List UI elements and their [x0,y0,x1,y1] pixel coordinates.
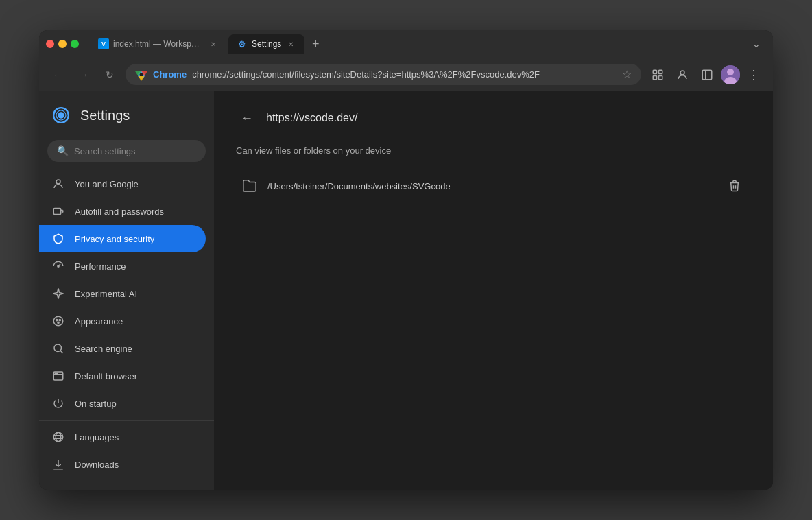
search-icon [51,342,65,355]
tab-vscode-close[interactable]: ✕ [208,38,219,49]
svg-point-24 [56,319,58,320]
main-area: Settings 🔍 Search settings You and Googl… [39,91,773,490]
sidebar-item-performance-label: Performance [75,261,126,272]
svg-line-28 [60,351,62,353]
sidebar-item-autofill[interactable]: Autofill and passwords [39,198,206,225]
sidebar-toggle-button[interactable] [696,64,718,86]
sidebar-item-search-engine[interactable]: Search engine [39,335,206,362]
content-inner: ← https://vscode.dev/ Can view files or … [214,91,773,222]
sidebar-item-downloads-label: Downloads [75,460,119,470]
gear-icon: ⚙ [237,38,248,49]
gauge-icon [51,259,65,273]
vscode-tab-icon: V [98,38,109,49]
chrome-icon [135,69,147,81]
search-settings-input[interactable]: Search settings [74,146,136,156]
content-back-row: ← https://vscode.dev/ [236,107,751,129]
reload-button[interactable]: ↻ [99,64,120,85]
svg-point-10 [727,69,734,75]
svg-point-6 [680,71,684,75]
shield-icon [51,232,65,246]
power-icon [51,397,65,410]
site-url-label: https://vscode.dev/ [266,112,357,124]
svg-point-1 [139,73,143,76]
svg-point-15 [56,180,60,184]
download-icon [51,458,65,471]
svg-rect-5 [659,75,662,79]
sidebar-item-ai-label: Experimental AI [75,289,137,299]
svg-rect-2 [653,70,656,73]
tab-vscode-label: index.html — Workspace — V [113,39,204,49]
key-icon [51,204,65,218]
traffic-lights [46,40,79,48]
globe-icon [51,430,65,444]
toolbar: ← → ↻ Chrome chrome://settings/content/f… [39,58,773,91]
svg-rect-3 [659,70,662,73]
search-settings-bar[interactable]: 🔍 Search settings [47,140,206,162]
content-back-button[interactable]: ← [236,107,258,129]
sidebar-header: Settings [39,91,214,140]
sidebar-item-you-and-google-label: You and Google [75,179,139,189]
file-path-text: /Users/tsteiner/Documents/websites/SVGco… [267,181,714,191]
vscode-icon: V [98,38,109,49]
address-bar[interactable]: Chrome chrome://settings/content/filesys… [126,64,641,85]
svg-point-23 [53,316,63,326]
palette-icon [51,314,65,328]
content-area: ← https://vscode.dev/ Can view files or … [214,91,773,490]
svg-rect-4 [653,75,656,79]
sidebar: Settings 🔍 Search settings You and Googl… [39,91,214,490]
tab-overflow-button[interactable]: ⌄ [747,34,766,54]
forward-button[interactable]: → [73,64,94,85]
bookmark-star-icon[interactable]: ☆ [622,68,632,81]
more-options-button[interactable]: ⋮ [743,64,765,86]
sidebar-item-appearance-label: Appearance [75,316,123,327]
svg-point-34 [56,432,61,442]
browser-window: V index.html — Workspace — V ✕ ⚙ Setting… [39,30,773,490]
sidebar-item-startup-label: On startup [75,399,117,409]
settings-logo-icon [50,104,72,126]
svg-point-32 [56,373,58,374]
settings-tab-icon: ⚙ [237,38,248,49]
avatar[interactable] [721,65,740,84]
maximize-button[interactable] [71,40,79,48]
file-entry: /Users/tsteiner/Documents/websites/SVGco… [236,167,751,205]
tab-settings[interactable]: ⚙ Settings ✕ [228,34,304,54]
sidebar-item-performance[interactable]: Performance [39,252,206,280]
minimize-button[interactable] [58,40,67,48]
sidebar-item-you-and-google[interactable]: You and Google [39,170,206,198]
person-icon [51,177,65,191]
tab-settings-close[interactable]: ✕ [285,38,296,49]
sidebar-item-languages[interactable]: Languages [39,423,206,451]
sidebar-item-privacy-security[interactable]: Privacy and security [39,225,206,252]
sidebar-item-downloads[interactable]: Downloads [39,451,206,478]
titlebar: V index.html — Workspace — V ✕ ⚙ Setting… [39,30,773,58]
svg-point-33 [53,432,63,442]
svg-point-13 [58,112,64,118]
chrome-brand-label: Chrome [153,69,187,80]
svg-point-31 [55,373,56,374]
sidebar-item-autofill-label: Autofill and passwords [75,206,164,217]
svg-rect-7 [702,70,712,80]
sidebar-item-experimental-ai[interactable]: Experimental AI [39,280,206,307]
svg-point-27 [54,344,62,352]
sparkle-icon [51,287,65,300]
svg-point-26 [58,322,59,323]
sidebar-item-default-browser[interactable]: Default browser [39,362,206,390]
back-button[interactable]: ← [47,64,68,85]
address-url-text: chrome://settings/content/filesystem/sit… [192,69,617,80]
svg-point-25 [59,319,60,320]
tab-settings-label: Settings [252,39,281,49]
sidebar-item-search-label: Search engine [75,344,132,354]
sidebar-item-default-browser-label: Default browser [75,371,137,381]
browser-icon [51,369,65,383]
svg-rect-16 [53,209,61,215]
new-tab-button[interactable]: + [306,34,325,54]
sidebar-item-appearance[interactable]: Appearance [39,307,206,335]
tab-vscode[interactable]: V index.html — Workspace — V ✕ [90,34,227,54]
sidebar-item-on-startup[interactable]: On startup [39,390,206,417]
svg-point-21 [58,265,59,267]
close-button[interactable] [46,40,54,48]
extensions-button[interactable] [647,64,669,86]
delete-file-button[interactable] [724,175,745,197]
profile-button[interactable] [671,64,693,86]
search-settings-icon: 🔍 [57,145,69,156]
